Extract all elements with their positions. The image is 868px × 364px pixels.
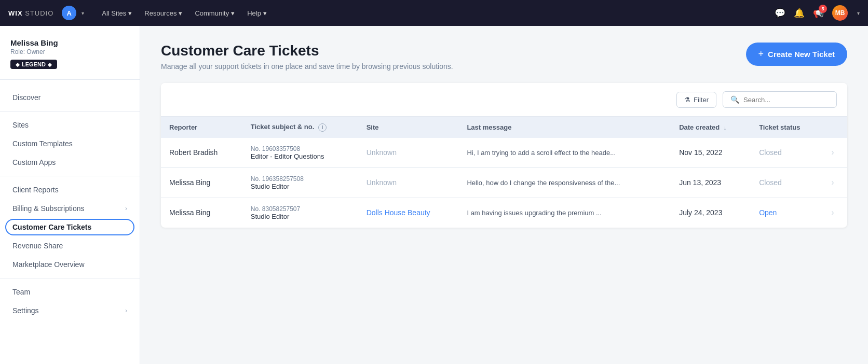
- notification-badge: 5: [819, 5, 827, 13]
- topnav-right-icons: 💬 🔔 📢 5 MB ▾: [775, 5, 860, 21]
- ticket-subject-cell: No. 196358257508 Studio Editor: [242, 167, 358, 198]
- top-nav-links: All Sites ▾ Resources ▾ Community ▾ Help…: [97, 6, 770, 20]
- resources-chevron-icon: ▾: [179, 9, 182, 17]
- site-link[interactable]: Dolls House Beauty: [367, 208, 430, 217]
- status-cell: Closed: [751, 138, 823, 168]
- community-chevron-icon: ▾: [231, 9, 235, 17]
- sidebar-legend-badge: ◆ LEGEND ◆: [10, 60, 57, 69]
- top-navigation: WIX STUDIO A ▾ All Sites ▾ Resources ▾ C…: [0, 0, 868, 26]
- chat-icon[interactable]: 💬: [775, 8, 785, 19]
- plus-icon: +: [758, 49, 764, 60]
- sidebar-item-custom-apps[interactable]: Custom Apps: [0, 153, 140, 172]
- sidebar-item-client-reports[interactable]: Client Reports: [0, 180, 140, 199]
- status-badge: Closed: [759, 178, 782, 187]
- ticket-subject: Studio Editor: [251, 183, 350, 190]
- filter-button[interactable]: ⚗ Filter: [676, 92, 716, 108]
- app-body: Melissa Bing Role: Owner ◆ LEGEND ◆ Disc…: [0, 26, 868, 364]
- user-profile-chevron-icon[interactable]: ▾: [857, 10, 860, 16]
- row-expand-chevron-icon[interactable]: ›: [831, 208, 834, 217]
- sidebar-user-role: Role: Owner: [10, 48, 129, 55]
- reporter-cell: Melissa Bing: [161, 167, 242, 198]
- reporter-cell: Robert Bradish: [161, 138, 242, 168]
- sidebar-item-revenue-share[interactable]: Revenue Share: [0, 236, 140, 255]
- announcements-icon[interactable]: 📢 5: [813, 8, 824, 19]
- date-created-cell: Nov 15, 2022: [671, 138, 751, 168]
- sidebar-navigation: Discover Sites Custom Templates Custom A…: [0, 88, 140, 320]
- user-profile-avatar[interactable]: MB: [832, 5, 848, 21]
- last-message-cell: Hi, I am trying to add a scroll effect t…: [458, 138, 671, 168]
- sidebar-user-info: Melissa Bing Role: Owner ◆ LEGEND ◆: [0, 38, 140, 80]
- col-last-message: Last message: [458, 117, 671, 138]
- site-cell: Dolls House Beauty: [358, 198, 459, 228]
- search-box: 🔍: [723, 91, 837, 108]
- avatar-chevron-icon[interactable]: ▾: [82, 10, 84, 16]
- page-title: Customer Care Tickets: [161, 43, 453, 59]
- ticket-number: No. 83058257507: [251, 205, 350, 213]
- row-action-cell[interactable]: ›: [823, 167, 847, 198]
- table-row: Melissa Bing No. 196358257508 Studio Edi…: [161, 167, 847, 198]
- status-badge: Open: [759, 208, 777, 217]
- sidebar-divider-1: [0, 111, 140, 111]
- table-body: Robert Bradish No. 19603357508 Editor - …: [161, 138, 847, 228]
- date-created-cell: Jun 13, 2023: [671, 167, 751, 198]
- ticket-number: No. 196358257508: [251, 175, 350, 183]
- row-action-cell[interactable]: ›: [823, 138, 847, 168]
- nav-resources[interactable]: Resources ▾: [139, 6, 187, 20]
- sidebar-divider-2: [0, 176, 140, 176]
- date-sort-icon[interactable]: ↓: [724, 124, 727, 131]
- status-badge: Closed: [759, 148, 782, 157]
- logo-wix-text: WIX STUDIO: [8, 9, 53, 17]
- status-cell: Open: [751, 198, 823, 228]
- page-header-text: Customer Care Tickets Manage all your su…: [161, 43, 453, 71]
- main-content: Customer Care Tickets Manage all your su…: [140, 26, 868, 364]
- row-expand-chevron-icon[interactable]: ›: [831, 148, 834, 157]
- wix-logo: WIX STUDIO: [8, 9, 53, 17]
- sidebar-item-settings[interactable]: Settings ›: [0, 301, 140, 320]
- date-created-cell: July 24, 2023: [671, 198, 751, 228]
- col-row-action: [823, 117, 847, 138]
- settings-chevron-icon: ›: [125, 307, 127, 314]
- col-ticket-status: Ticket status: [751, 117, 823, 138]
- nav-community[interactable]: Community ▾: [189, 6, 240, 20]
- sidebar-item-marketplace-overview[interactable]: Marketplace Overview: [0, 255, 140, 274]
- search-input[interactable]: [743, 96, 829, 104]
- site-unknown: Unknown: [367, 148, 397, 157]
- reporter-cell: Melissa Bing: [161, 198, 242, 228]
- sidebar-item-team[interactable]: Team: [0, 283, 140, 301]
- nav-help[interactable]: Help ▾: [242, 6, 272, 20]
- sidebar-item-discover[interactable]: Discover: [0, 88, 140, 107]
- sidebar-item-sites[interactable]: Sites: [0, 116, 140, 134]
- sidebar-item-customer-care-tickets[interactable]: Customer Care Tickets: [0, 218, 140, 236]
- site-cell: Unknown: [358, 138, 459, 168]
- user-avatar-badge[interactable]: A: [62, 6, 76, 20]
- help-chevron-icon: ▾: [263, 9, 267, 17]
- notifications-icon[interactable]: 🔔: [794, 8, 805, 19]
- row-action-cell[interactable]: ›: [823, 198, 847, 228]
- badge-diamond-left-icon: ◆: [16, 62, 20, 67]
- sidebar-item-billing[interactable]: Billing & Subscriptions ›: [0, 199, 140, 218]
- site-unknown: Unknown: [367, 178, 397, 187]
- create-ticket-button[interactable]: + Create New Ticket: [746, 43, 847, 66]
- tickets-table: Reporter Ticket subject & no. i Site Las…: [161, 117, 847, 228]
- nav-all-sites[interactable]: All Sites ▾: [97, 6, 137, 20]
- ticket-subject-cell: No. 19603357508 Editor - Editor Question…: [242, 138, 358, 168]
- ticket-subject-info-icon[interactable]: i: [318, 123, 327, 132]
- ticket-subject: Studio Editor: [251, 213, 350, 220]
- sidebar-item-custom-templates[interactable]: Custom Templates: [0, 134, 140, 153]
- sidebar-username: Melissa Bing: [10, 38, 129, 47]
- row-expand-chevron-icon[interactable]: ›: [831, 178, 834, 187]
- col-date-created: Date created ↓: [671, 117, 751, 138]
- sidebar: Melissa Bing Role: Owner ◆ LEGEND ◆ Disc…: [0, 26, 140, 364]
- col-ticket-subject: Ticket subject & no. i: [242, 117, 358, 138]
- col-reporter: Reporter: [161, 117, 242, 138]
- filter-icon: ⚗: [684, 96, 690, 104]
- tickets-table-section: ⚗ Filter 🔍 Reporter Ticket subject & no: [161, 83, 847, 228]
- table-row: Melissa Bing No. 83058257507 Studio Edit…: [161, 198, 847, 228]
- sidebar-divider-3: [0, 278, 140, 278]
- table-header: Reporter Ticket subject & no. i Site Las…: [161, 117, 847, 138]
- search-icon: 🔍: [730, 95, 739, 104]
- page-subtitle: Manage all your support tickets in one p…: [161, 62, 453, 71]
- status-cell: Closed: [751, 167, 823, 198]
- ticket-subject: Editor - Editor Questions: [251, 152, 350, 160]
- page-header: Customer Care Tickets Manage all your su…: [161, 43, 847, 71]
